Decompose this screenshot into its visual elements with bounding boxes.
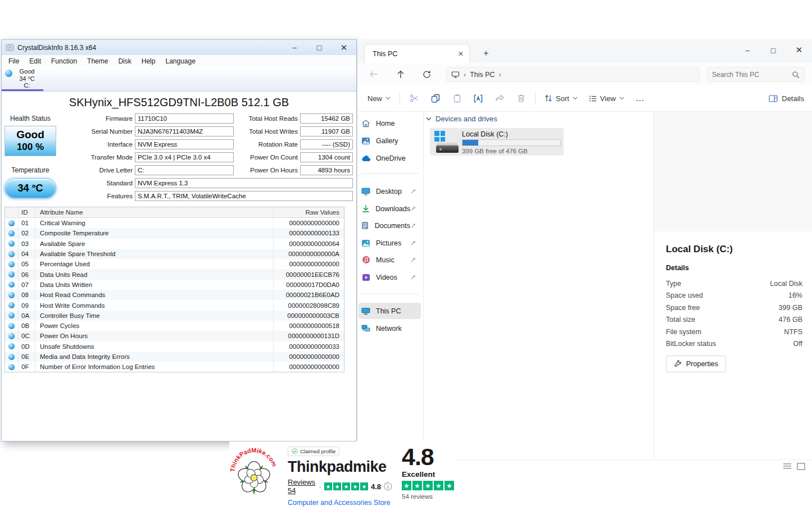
refresh-button[interactable] xyxy=(417,70,436,79)
breadcrumb-chevron-icon[interactable]: › xyxy=(499,71,501,79)
properties-label: Properties xyxy=(686,360,718,368)
copy-icon[interactable] xyxy=(425,89,446,107)
drive-tab-letter: C: xyxy=(13,82,41,89)
minimize-button[interactable]: – xyxy=(734,39,760,61)
maximize-button[interactable]: ▢ xyxy=(760,39,786,61)
this-pc-icon xyxy=(361,307,371,315)
delete-icon[interactable] xyxy=(510,89,532,107)
share-icon[interactable] xyxy=(489,89,510,107)
star-icon: ★ xyxy=(351,482,359,490)
sidebar-item-desktop[interactable]: Desktop xyxy=(359,183,421,199)
new-button[interactable]: New xyxy=(362,89,396,107)
smart-table-row[interactable]: 0A Controller Busy Time 000000000003CB xyxy=(5,311,344,321)
sidebar-item-home[interactable]: Home xyxy=(359,115,421,131)
tab-close-icon[interactable]: ✕ xyxy=(458,50,464,58)
star-icon: ★ xyxy=(444,481,454,490)
attribute-raw-value: 00000001EECB76 xyxy=(274,269,344,279)
sidebar-item-gallery[interactable]: Gallery xyxy=(359,133,421,149)
menu-item[interactable]: File xyxy=(3,56,24,66)
thumbnail-view-icon[interactable] xyxy=(797,463,805,470)
sidebar-item-onedrive[interactable]: OneDrive xyxy=(359,150,421,166)
address-bar[interactable]: › This PC › xyxy=(446,67,700,82)
reviews-count: 54 reviews xyxy=(402,493,454,500)
attribute-name: Data Units Read xyxy=(35,269,274,279)
menu-item[interactable]: Disk xyxy=(113,56,136,66)
more-button[interactable]: … xyxy=(630,89,651,107)
crystaldiskinfo-window: CrystalDiskInfo 8.16.3 x64 – ▢ ✕ FileEdi… xyxy=(1,39,357,441)
breadcrumb[interactable]: This PC xyxy=(470,71,495,79)
pin-icon xyxy=(410,206,416,212)
sort-button[interactable]: Sort xyxy=(539,89,583,107)
sidebar-item-music[interactable]: Music xyxy=(359,252,421,268)
back-button[interactable] xyxy=(364,70,383,78)
smart-table-row[interactable]: 03 Available Spare 00000000000064 xyxy=(5,239,344,249)
sidebar-item-downloads[interactable]: Downloads xyxy=(359,201,421,217)
desktop-icon xyxy=(361,188,371,195)
sidebar-item-label: Pictures xyxy=(376,239,401,247)
sidebar-item-pictures[interactable]: Pictures xyxy=(359,235,421,251)
claimed-profile-badge: Claimed profile xyxy=(288,447,339,456)
attribute-raw-value: 00000000000000 xyxy=(274,259,344,269)
field-label: Total Host Writes xyxy=(226,128,298,135)
list-view-icon[interactable] xyxy=(783,463,791,470)
attribute-name: Host Write Commands xyxy=(35,300,274,310)
smart-table-row[interactable]: 05 Percentage Used 00000000000000 xyxy=(5,259,344,269)
smart-table-row[interactable]: 04 Available Spare Threshold 00000000000… xyxy=(5,249,344,259)
view-button[interactable]: View xyxy=(583,89,630,107)
close-button[interactable]: ✕ xyxy=(332,40,356,55)
minimize-button[interactable]: – xyxy=(282,40,307,55)
attribute-id: 03 xyxy=(19,239,35,249)
attribute-status-orb-icon xyxy=(8,261,15,267)
info-icon[interactable]: ⓘ xyxy=(384,482,392,490)
search-input[interactable]: Search This PC xyxy=(707,67,805,82)
smart-table-row[interactable]: 01 Critical Warning 00000000000000 xyxy=(5,218,344,228)
attribute-id: 08 xyxy=(19,290,35,300)
maximize-button[interactable]: ▢ xyxy=(307,40,332,55)
sidebar-item-videos[interactable]: Videos xyxy=(359,269,421,285)
smart-table-row[interactable]: 06 Data Units Read 00000001EECB76 xyxy=(5,269,344,279)
menu-item[interactable]: Edit xyxy=(24,56,46,66)
attribute-id: 06 xyxy=(19,269,35,279)
drive-tab-c[interactable]: Good 34 °C C: xyxy=(2,67,43,91)
attribute-status-orb-icon xyxy=(8,271,15,277)
explorer-tab-this-pc[interactable]: This PC ✕ xyxy=(364,44,470,63)
smart-table-row[interactable]: 0F Number of Error Information Log Entri… xyxy=(5,362,344,372)
field-label: Rotation Rate xyxy=(226,141,298,148)
sidebar-item-documents[interactable]: Documents xyxy=(359,217,421,234)
smart-table-row[interactable]: 02 Composite Temperature 00000000000133 xyxy=(5,228,344,238)
smart-table-row[interactable]: 09 Host Write Commands 00000028098C89 xyxy=(5,300,344,310)
field-value: 15462 GB xyxy=(300,113,353,124)
attribute-id: 02 xyxy=(19,228,35,238)
smart-table-row[interactable]: 0D Unsafe Shutdowns 00000000000033 xyxy=(5,341,344,352)
menu-item[interactable]: Language xyxy=(160,56,200,66)
smart-table-row[interactable]: 0C Power On Hours 0000000000131D xyxy=(5,331,344,341)
sidebar-item-this-pc[interactable]: This PC xyxy=(359,303,421,319)
reviews-link[interactable]: Reviews 54 xyxy=(288,478,316,495)
menu-item[interactable]: Function xyxy=(46,56,82,66)
sidebar-item-network[interactable]: Network xyxy=(359,320,421,336)
smart-table-row[interactable]: 08 Host Read Commands 00000021B6E0AD xyxy=(5,290,344,300)
new-tab-button[interactable]: + xyxy=(479,46,493,61)
cdi-fields-wide: Standard NVM Express 1.3 Features S.M.A.… xyxy=(2,178,357,204)
category-link[interactable]: Computer and Accessories Store xyxy=(288,499,392,507)
paste-icon[interactable] xyxy=(446,89,468,107)
cut-icon[interactable] xyxy=(403,89,425,107)
menu-item[interactable]: Help xyxy=(137,56,161,66)
menu-item[interactable]: Theme xyxy=(82,56,113,66)
search-icon[interactable] xyxy=(792,71,800,79)
smart-table-row[interactable]: 0B Power Cycles 00000000000518 xyxy=(5,321,344,331)
local-disk-c-item[interactable]: Local Disk (C:) 399 GB free of 476 GB xyxy=(430,128,564,156)
smart-table-row[interactable]: 07 Data Units Written 000000017D0DA0 xyxy=(5,280,344,290)
smart-table-row[interactable]: 0E Media and Data Integrity Errors 00000… xyxy=(5,352,344,362)
attribute-raw-value: 0000000000131D xyxy=(274,331,344,341)
field-label: Power On Count xyxy=(226,154,298,161)
close-button[interactable]: ✕ xyxy=(786,39,812,61)
properties-button[interactable]: Properties xyxy=(666,356,726,372)
details-toggle-button[interactable]: Details xyxy=(769,94,804,103)
attribute-status-orb-icon xyxy=(8,312,15,318)
rename-icon[interactable] xyxy=(468,89,489,107)
attribute-name: Media and Data Integrity Errors xyxy=(35,352,274,362)
up-button[interactable] xyxy=(391,70,410,79)
details-row-value: 399 GB xyxy=(779,304,802,312)
group-header-devices-and-drives[interactable]: Devices and drives xyxy=(426,115,497,123)
